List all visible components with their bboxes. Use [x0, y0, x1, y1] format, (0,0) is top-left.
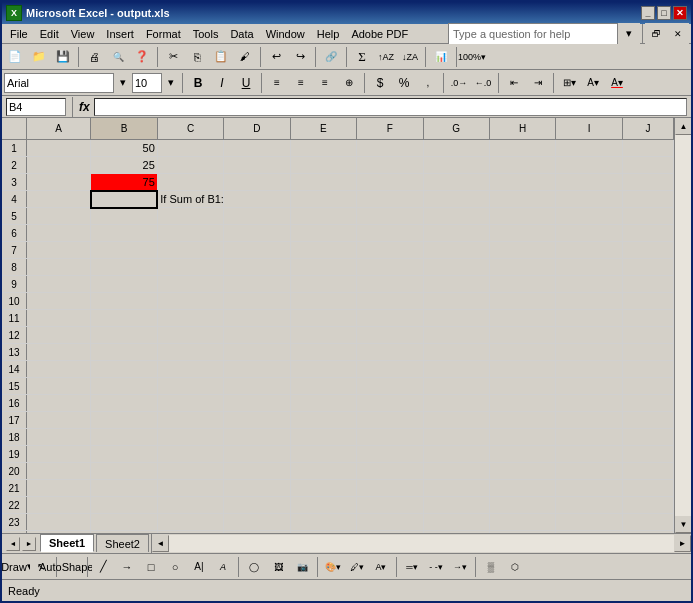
col-header-j[interactable]: J: [622, 118, 673, 140]
cell-j4[interactable]: [622, 191, 673, 208]
cell-f15[interactable]: [357, 378, 423, 395]
cell-d20[interactable]: [224, 463, 290, 480]
row-num-6[interactable]: 6: [2, 225, 27, 242]
cell-b5[interactable]: [91, 208, 157, 225]
cell-e21[interactable]: [290, 480, 356, 497]
cell-e11[interactable]: [290, 310, 356, 327]
draw-dropdown-btn[interactable]: Draw▾: [6, 556, 28, 578]
cell-e7[interactable]: [290, 242, 356, 259]
grid-scroll-area[interactable]: A B C D E F G H I J: [2, 118, 674, 533]
line-style-btn[interactable]: ═▾: [401, 556, 423, 578]
row-num-17[interactable]: 17: [2, 412, 27, 429]
cell-c9[interactable]: [157, 276, 223, 293]
cell-c2[interactable]: [157, 157, 223, 174]
cell-b10[interactable]: [91, 293, 157, 310]
font-size-input[interactable]: [132, 73, 162, 93]
cell-f4[interactable]: [357, 191, 423, 208]
cell-c22[interactable]: [157, 497, 223, 514]
cell-h2[interactable]: [489, 157, 555, 174]
cell-d5[interactable]: [224, 208, 290, 225]
increase-indent-btn[interactable]: ⇥: [527, 72, 549, 94]
cell-e17[interactable]: [290, 412, 356, 429]
cell-g18[interactable]: [423, 429, 489, 446]
currency-btn[interactable]: $: [369, 72, 391, 94]
cell-e15[interactable]: [290, 378, 356, 395]
tab-scroll-left[interactable]: ◄: [6, 537, 20, 551]
cell-c13[interactable]: [157, 344, 223, 361]
cut-btn[interactable]: ✂: [162, 46, 184, 68]
redo-btn[interactable]: ↪: [289, 46, 311, 68]
cell-h21[interactable]: [489, 480, 555, 497]
sort-asc-btn[interactable]: ↑AZ: [375, 46, 397, 68]
cell-c17[interactable]: [157, 412, 223, 429]
cell-a19[interactable]: [27, 446, 91, 463]
row-num-16[interactable]: 16: [2, 395, 27, 412]
cell-e8[interactable]: [290, 259, 356, 276]
cell-h9[interactable]: [489, 276, 555, 293]
cell-d8[interactable]: [224, 259, 290, 276]
cell-h17[interactable]: [489, 412, 555, 429]
col-header-i[interactable]: I: [556, 118, 622, 140]
scroll-down-btn[interactable]: ▼: [675, 516, 691, 533]
menu-format[interactable]: Format: [140, 26, 187, 42]
row-num-2[interactable]: 2: [2, 157, 27, 174]
cell-a22[interactable]: [27, 497, 91, 514]
autosum-btn[interactable]: Σ: [351, 46, 373, 68]
cell-a10[interactable]: [27, 293, 91, 310]
cell-j10[interactable]: [622, 293, 673, 310]
row-num-19[interactable]: 19: [2, 446, 27, 463]
cell-a18[interactable]: [27, 429, 91, 446]
cell-d14[interactable]: [224, 361, 290, 378]
row-num-3[interactable]: 3: [2, 174, 27, 191]
cell-g4[interactable]: [423, 191, 489, 208]
cell-f8[interactable]: [357, 259, 423, 276]
cell-b19[interactable]: [91, 446, 157, 463]
cell-i7[interactable]: [556, 242, 622, 259]
line-color-btn[interactable]: 🖊▾: [346, 556, 368, 578]
cell-j11[interactable]: [622, 310, 673, 327]
cell-e10[interactable]: [290, 293, 356, 310]
cell-g19[interactable]: [423, 446, 489, 463]
paste-btn[interactable]: 📋: [210, 46, 232, 68]
cell-j14[interactable]: [622, 361, 673, 378]
hyperlink-btn[interactable]: 🔗: [320, 46, 342, 68]
cell-f17[interactable]: [357, 412, 423, 429]
row-num-21[interactable]: 21: [2, 480, 27, 497]
line-btn[interactable]: ╱: [92, 556, 114, 578]
cell-i3[interactable]: [556, 174, 622, 191]
textbox-btn[interactable]: A|: [188, 556, 210, 578]
cell-c21[interactable]: [157, 480, 223, 497]
cell-f10[interactable]: [357, 293, 423, 310]
cell-d10[interactable]: [224, 293, 290, 310]
cell-e20[interactable]: [290, 463, 356, 480]
col-header-h[interactable]: H: [489, 118, 555, 140]
3d-btn[interactable]: ⬡: [504, 556, 526, 578]
v-scroll-track[interactable]: [675, 135, 691, 516]
clipart-btn[interactable]: 🖼: [267, 556, 289, 578]
cell-g5[interactable]: [423, 208, 489, 225]
cell-i22[interactable]: [556, 497, 622, 514]
cell-j19[interactable]: [622, 446, 673, 463]
cell-i8[interactable]: [556, 259, 622, 276]
cell-h1[interactable]: [489, 140, 555, 157]
row-num-18[interactable]: 18: [2, 429, 27, 446]
row-num-4[interactable]: 4: [2, 191, 27, 208]
cell-j15[interactable]: [622, 378, 673, 395]
cell-g8[interactable]: [423, 259, 489, 276]
cell-i20[interactable]: [556, 463, 622, 480]
cell-h7[interactable]: [489, 242, 555, 259]
cell-g6[interactable]: [423, 225, 489, 242]
cell-c19[interactable]: [157, 446, 223, 463]
window-restore-btn[interactable]: 🗗: [645, 23, 667, 45]
help-btn[interactable]: ❓: [131, 46, 153, 68]
cell-a20[interactable]: [27, 463, 91, 480]
cell-f1[interactable]: [357, 140, 423, 157]
cell-b17[interactable]: [91, 412, 157, 429]
cell-c6[interactable]: [157, 225, 223, 242]
undo-btn[interactable]: ↩: [265, 46, 287, 68]
cell-j20[interactable]: [622, 463, 673, 480]
cell-b4[interactable]: [91, 191, 157, 208]
cell-a23[interactable]: [27, 514, 91, 531]
row-num-23[interactable]: 23: [2, 514, 27, 531]
cell-e12[interactable]: [290, 327, 356, 344]
